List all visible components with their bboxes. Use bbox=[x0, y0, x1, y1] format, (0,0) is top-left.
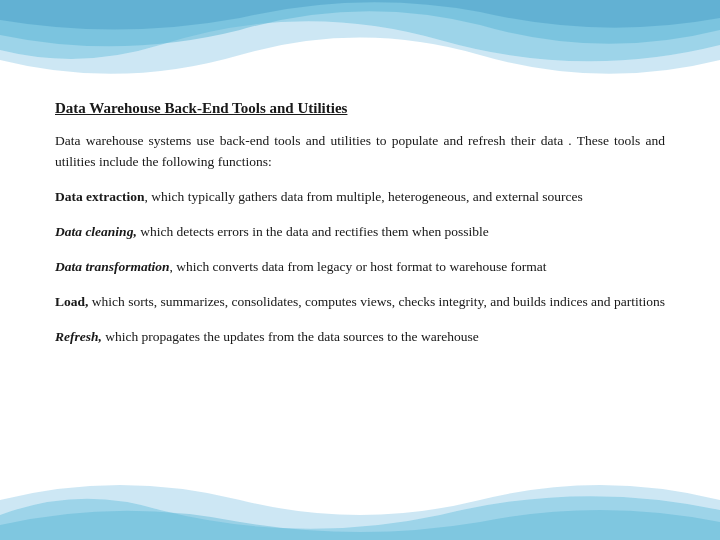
main-content: Data Warehouse Back-End Tools and Utilit… bbox=[0, 70, 720, 381]
section-refresh-label: Refresh, bbox=[55, 329, 102, 344]
intro-paragraph: Data warehouse systems use back-end tool… bbox=[55, 131, 665, 173]
section-cleaning: Data cleaning, which detects errors in t… bbox=[55, 222, 665, 243]
section-transformation: Data transformation, which converts data… bbox=[55, 257, 665, 278]
section-load: Load, which sorts, summarizes, consolida… bbox=[55, 292, 665, 313]
wave-bottom-decoration bbox=[0, 460, 720, 540]
section-refresh-body: which propagates the updates from the da… bbox=[102, 329, 479, 344]
section-cleaning-label: Data cleaning, bbox=[55, 224, 137, 239]
section-transformation-body: which converts data from legacy or host … bbox=[176, 259, 546, 274]
section-refresh: Refresh, which propagates the updates fr… bbox=[55, 327, 665, 348]
section-extraction-body: which typically gathers data from multip… bbox=[151, 189, 582, 204]
section-transformation-label: Data transformation bbox=[55, 259, 169, 274]
section-extraction-label: Data extraction bbox=[55, 189, 145, 204]
page-title: Data Warehouse Back-End Tools and Utilit… bbox=[55, 100, 665, 117]
section-cleaning-body: which detects errors in the data and rec… bbox=[137, 224, 489, 239]
section-load-body: which sorts, summarizes, consolidates, c… bbox=[88, 294, 665, 309]
section-load-label: Load, bbox=[55, 294, 88, 309]
section-extraction: Data extraction, which typically gathers… bbox=[55, 187, 665, 208]
